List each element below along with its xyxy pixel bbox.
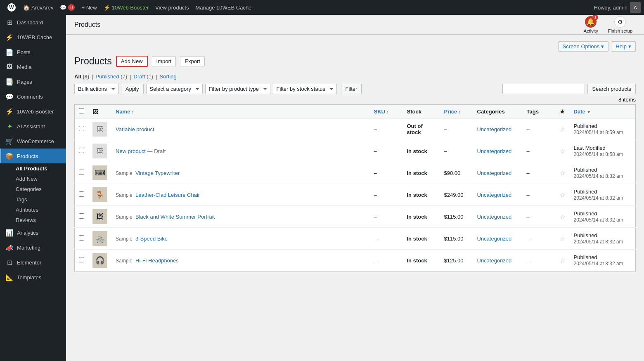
filter-button[interactable]: Filter [341,84,362,94]
product-thumbnail: 🎧 [92,253,107,268]
bulk-actions-select[interactable]: Bulk actions [74,84,118,94]
product-thumbnail: 🖼 [92,144,107,158]
product-featured[interactable]: ☆ [556,140,570,162]
sidebar-item-analytics[interactable]: 📊 Analytics [0,225,66,240]
sidebar-item-products[interactable]: 📦 Products [0,149,66,163]
home-icon: 🏠 [23,5,30,11]
select-all-checkbox[interactable] [79,108,84,113]
sidebar-item-media[interactable]: 🖼 Media [0,59,66,74]
category-select[interactable]: Select a category [146,84,203,94]
date-label: Last Modified [574,145,606,151]
star-icon[interactable]: ☆ [560,213,566,220]
screen-options-btn[interactable]: Screen Options ▾ [558,41,609,52]
stock-status-select[interactable]: Filter by stock status [273,84,337,94]
sidebar-item-dashboard[interactable]: ⊞ Dashboard [0,15,66,30]
manage-cache-item[interactable]: Manage 10WEB Cache [192,0,255,15]
filter-row: Bulk actions Apply Select a category Fil… [74,84,362,94]
comments-item[interactable]: 💬 0 [57,0,78,15]
product-name-link[interactable]: Hi-Fi Headphones [135,257,179,264]
product-sku: – [370,184,403,206]
export-button[interactable]: Export [180,56,205,66]
row-checkbox[interactable] [79,148,84,153]
tab-all[interactable]: All (8) [74,73,89,80]
product-name-link[interactable]: Vintage Typewriter [135,170,180,176]
search-input[interactable] [502,84,585,94]
category-link[interactable]: Uncategorized [477,214,512,220]
row-checkbox[interactable] [79,170,84,175]
sidebar-item-woocommerce[interactable]: 🛒 WooCommerce [0,134,66,149]
tab-draft[interactable]: Draft (1) [134,73,154,80]
product-tags: – [523,184,556,206]
add-new-button[interactable]: Add New [116,56,148,67]
category-link[interactable]: Uncategorized [477,170,512,176]
sidebar-item-10web-booster[interactable]: ⚡ 10Web Booster [0,104,66,119]
product-featured[interactable]: ☆ [556,162,570,184]
star-icon[interactable]: ☆ [560,235,566,242]
product-featured[interactable]: ☆ [556,228,570,250]
category-link[interactable]: Uncategorized [477,192,512,198]
product-name-link[interactable]: New product [116,148,146,154]
product-name-link[interactable]: Leather-Clad Leisure Chair [135,192,200,198]
activity-btn[interactable]: 🔔 1 Activity [580,15,601,35]
site-name[interactable]: 🏠 ArevArev [20,0,57,15]
help-btn[interactable]: Help ▾ [611,41,636,52]
booster-item[interactable]: ⚡ 10Web Booster [100,0,152,15]
category-link[interactable]: Uncategorized [477,148,512,154]
admin-avatar[interactable]: A [630,2,641,13]
submenu-add-new[interactable]: Add New [0,174,66,184]
row-checkbox[interactable] [79,257,84,262]
finish-setup-btn[interactable]: ⚙ Finish setup [605,15,636,35]
category-link[interactable]: Uncategorized [477,236,512,242]
star-icon[interactable]: ☆ [560,191,566,198]
date-col-header[interactable]: Date ▼ [570,105,636,118]
product-type-select[interactable]: Filter by product type [205,84,270,94]
sidebar-item-elementor[interactable]: ⊡ Elementor [0,255,66,270]
apply-button[interactable]: Apply [121,84,144,94]
row-checkbox[interactable] [79,213,84,219]
thumb-header-icon: 🖼 [92,109,98,115]
star-icon[interactable]: ☆ [560,126,566,133]
category-link[interactable]: Uncategorized [477,126,512,132]
product-featured[interactable]: ☆ [556,250,570,271]
name-col-header[interactable]: Name ↕ [111,105,370,118]
sidebar-item-10web-cache[interactable]: ⚡ 10WEB Cache [0,30,66,45]
import-button[interactable]: Import [152,56,176,66]
product-featured[interactable]: ☆ [556,118,570,140]
tab-sorting[interactable]: Sorting [160,73,177,80]
product-name-link[interactable]: 3-Speed Bike [135,236,168,242]
sidebar-item-templates[interactable]: 📐 Templates [0,270,66,285]
new-item[interactable]: + New [78,0,100,15]
submenu-tags[interactable]: Tags [0,194,66,205]
star-icon[interactable]: ☆ [560,148,566,155]
row-checkbox[interactable] [79,191,84,197]
products-submenu: All Products Add New Categories Tags Att… [0,163,66,225]
row-checkbox[interactable] [79,126,84,131]
search-button[interactable]: Search products [587,84,636,94]
wp-logo[interactable]: W [3,3,20,12]
product-badge: Sample [116,258,134,264]
sidebar-item-posts[interactable]: 📄 Posts [0,45,66,59]
submenu-attributes[interactable]: Attributes [0,205,66,215]
category-link[interactable]: Uncategorized [477,257,512,264]
product-featured[interactable]: ☆ [556,206,570,228]
row-checkbox[interactable] [79,235,84,241]
product-sku: – [370,206,403,228]
product-stock: In stock [403,206,440,228]
product-featured[interactable]: ☆ [556,184,570,206]
submenu-all-products[interactable]: All Products [0,163,66,174]
submenu-reviews[interactable]: Reviews [0,215,66,225]
product-name-link[interactable]: Variable product [116,126,154,132]
table-row: ⌨Sample Vintage Typewriter–In stock$90.0… [75,162,636,184]
view-products-item[interactable]: View products [152,0,192,15]
sidebar-item-comments[interactable]: 💬 Comments [0,89,66,104]
sidebar-item-marketing[interactable]: 📣 Marketing [0,240,66,255]
star-icon[interactable]: ☆ [560,170,566,177]
sidebar-item-ai-assistant[interactable]: ✦ AI Assistant [0,119,66,134]
tab-published[interactable]: Published (7) [96,73,128,80]
sku-col-header[interactable]: SKU ↕ [370,105,403,118]
price-col-header[interactable]: Price ↕ [440,105,473,118]
submenu-categories[interactable]: Categories [0,184,66,194]
star-icon[interactable]: ☆ [560,257,566,264]
product-name-link[interactable]: Black and White Summer Portrait [135,214,215,220]
sidebar-item-pages[interactable]: 📑 Pages [0,74,66,89]
